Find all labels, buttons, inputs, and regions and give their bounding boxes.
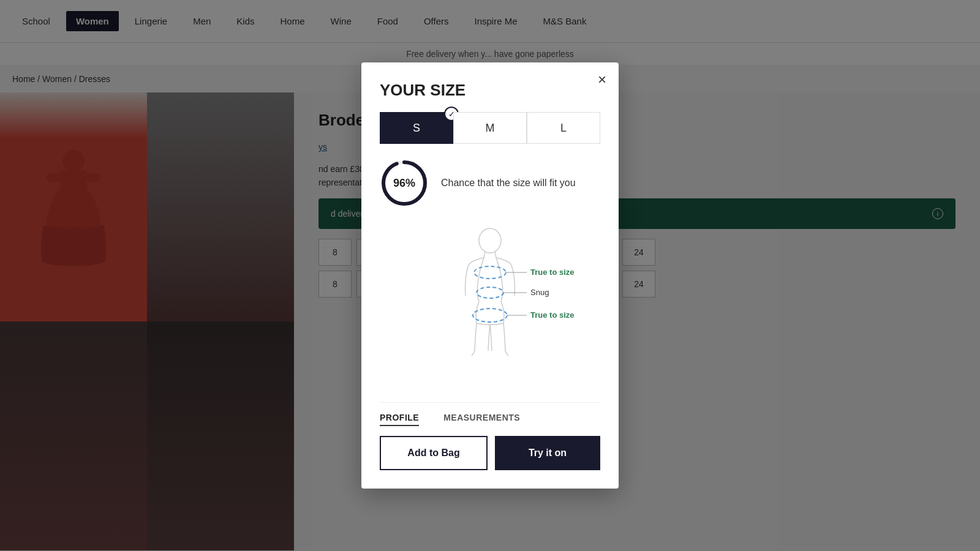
svg-point-12 (477, 287, 503, 298)
modal-close-button[interactable]: × (598, 72, 606, 87)
svg-point-6 (479, 228, 501, 253)
modal-footer-tabs: PROFILE MEASUREMENTS (380, 402, 600, 426)
fit-description: Chance that the size will fit you (441, 176, 576, 190)
size-modal: × YOUR SIZE S ✓ M L 96% Cha (361, 62, 619, 489)
measurements-tab[interactable]: MEASUREMENTS (443, 413, 520, 426)
svg-line-8 (495, 252, 496, 258)
try-it-on-button[interactable]: Try it on (495, 436, 600, 470)
svg-text:Snug: Snug (530, 288, 549, 297)
profile-tab[interactable]: PROFILE (380, 413, 419, 426)
svg-text:True to size: True to size (530, 268, 575, 277)
modal-action-buttons: Add to Bag Try it on (380, 436, 600, 470)
body-svg: True to size Snug True to size (392, 222, 588, 388)
size-tab-m[interactable]: M (453, 112, 527, 144)
add-to-bag-button[interactable]: Add to Bag (380, 436, 488, 470)
svg-point-15 (473, 309, 507, 322)
fit-circle-chart: 96% (380, 159, 429, 208)
size-tab-l[interactable]: L (527, 112, 600, 144)
size-tab-s[interactable]: S ✓ (380, 112, 453, 144)
svg-line-7 (484, 252, 485, 258)
modal-overlay[interactable]: × YOUR SIZE S ✓ M L 96% Cha (0, 0, 980, 551)
size-tab-group: S ✓ M L (380, 112, 600, 144)
fit-info-section: 96% Chance that the size will fit you (380, 159, 600, 208)
svg-text:True to size: True to size (530, 310, 575, 320)
fit-percentage: 96% (393, 177, 415, 190)
body-diagram: True to size Snug True to size (380, 222, 600, 388)
modal-title: YOUR SIZE (380, 81, 600, 100)
